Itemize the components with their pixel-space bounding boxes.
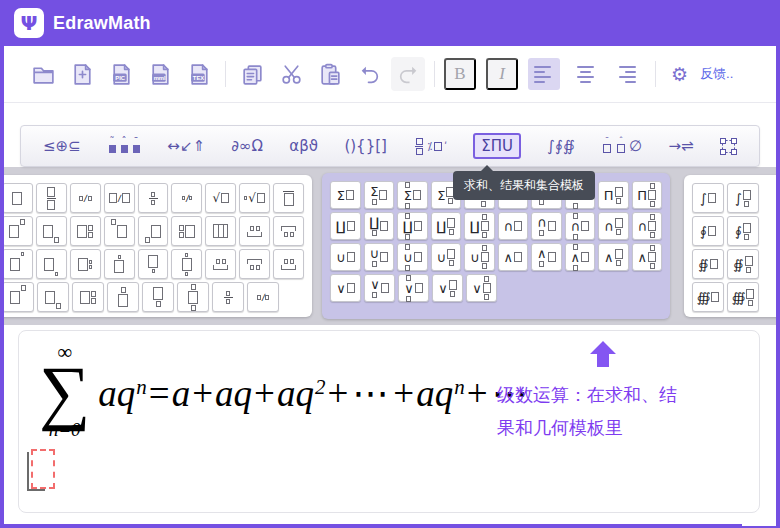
template-button-doverunder[interactable] <box>171 249 202 279</box>
category-arrows[interactable]: ↔↙⇑ <box>167 137 205 155</box>
template-button-ubrk[interactable] <box>239 216 270 246</box>
template-button-boverunder[interactable] <box>177 282 209 312</box>
template-button-sfrac[interactable] <box>212 282 244 312</box>
template-button-vbox[interactable] <box>205 216 236 246</box>
export-tex-button[interactable]: TEX <box>182 57 216 91</box>
template-button-ubrk[interactable] <box>273 249 304 279</box>
template-button-∐-u[interactable]: ∐ <box>364 212 395 240</box>
category-overbars[interactable]: ˉ ˆ ∅ <box>601 137 642 155</box>
export-pic-button[interactable]: PIC <box>104 57 138 91</box>
template-button-dover[interactable] <box>104 249 135 279</box>
template-button-∫-sub[interactable]: ∫ <box>727 183 759 213</box>
template-button-∧-ou[interactable]: ∧ <box>565 243 596 271</box>
category-fractions[interactable]: ⁒ ʹ <box>413 138 447 155</box>
new-document-button[interactable] <box>65 57 99 91</box>
undo-button[interactable] <box>352 57 386 91</box>
template-button-∐-sub[interactable]: ∐ <box>431 212 462 240</box>
template-button-sub[interactable] <box>36 216 67 246</box>
align-center-button[interactable] <box>569 58 601 90</box>
paste-button[interactable] <box>313 57 347 91</box>
template-button-∐-r[interactable]: ∐ <box>330 212 361 240</box>
template-button-∨-u[interactable]: ∨ <box>364 274 395 302</box>
template-button-Σ-r[interactable]: Σ <box>330 181 361 209</box>
template-button-∪-u[interactable]: ∪ <box>364 243 395 271</box>
template-button-∪-ou[interactable]: ∪ <box>397 243 428 271</box>
align-left-button[interactable] <box>528 58 560 90</box>
template-button-dfrac[interactable]: / <box>247 282 279 312</box>
template-button-∧-ss[interactable]: ∧ <box>632 243 663 271</box>
align-right-button[interactable] <box>610 58 642 90</box>
template-button-supsub[interactable] <box>72 282 104 312</box>
template-button-lfrac[interactable]: / <box>104 183 135 213</box>
equation-canvas[interactable]: ∞ ∑ n=0 aqn=a+aq+aq2+⋯+aqn+⋯ 级数运算：在求和、结果… <box>18 330 760 513</box>
template-button-∪-r[interactable]: ∪ <box>330 243 361 271</box>
template-button-∩-u[interactable]: ∩ <box>531 212 562 240</box>
template-button-∪-ss[interactable]: ∪ <box>464 243 495 271</box>
template-button-sub[interactable] <box>37 282 69 312</box>
category-greek[interactable]: αβϑ <box>289 137 318 155</box>
template-button-Σ-ou[interactable]: Σ <box>397 181 428 209</box>
template-button-∪-sub[interactable]: ∪ <box>431 243 462 271</box>
template-button-xsup[interactable] <box>2 249 33 279</box>
template-button-∨-ss[interactable]: ∨ <box>466 274 497 302</box>
template-button-∯-sub[interactable]: ∯ <box>727 249 759 279</box>
redo-button[interactable] <box>391 57 425 91</box>
template-button-Π-ss[interactable]: Π <box>632 181 663 209</box>
template-button-sqrt[interactable]: √ <box>205 183 236 213</box>
template-button-nrt[interactable]: √ <box>239 183 270 213</box>
template-button-bover[interactable] <box>107 282 139 312</box>
template-button-∧-r[interactable]: ∧ <box>498 243 529 271</box>
template-button-∐-ss[interactable]: ∐ <box>464 212 495 240</box>
category-sums-products-sets[interactable]: ΣΠU <box>473 133 521 159</box>
template-button-∩-ss[interactable]: ∩ <box>632 212 663 240</box>
scrollbar-corner[interactable] <box>742 516 776 526</box>
copy-button[interactable] <box>235 57 269 91</box>
template-button-dfrac[interactable]: / <box>70 183 101 213</box>
template-button-∰-r[interactable]: ∰ <box>692 282 724 312</box>
template-button-Π-sub[interactable]: Π <box>598 181 629 209</box>
template-button-∧-sub[interactable]: ∧ <box>598 243 629 271</box>
export-mml-button[interactable]: mml <box>143 57 177 91</box>
template-button-presub[interactable] <box>138 216 169 246</box>
template-button-∧-u[interactable]: ∧ <box>531 243 562 271</box>
template-button-sup[interactable] <box>2 282 34 312</box>
template-button-ubrk[interactable] <box>205 249 236 279</box>
category-accents[interactable]: ˜ ˆ ˉ <box>107 139 141 153</box>
template-button-obar[interactable] <box>273 183 304 213</box>
open-folder-button[interactable] <box>26 57 60 91</box>
empty-slot-placeholder[interactable] <box>27 449 51 489</box>
template-button-Σ-u[interactable]: Σ <box>364 181 395 209</box>
template-button-sfrac[interactable] <box>138 183 169 213</box>
template-button-∮-r[interactable]: ∮ <box>692 216 724 246</box>
template-button-frac[interactable] <box>36 183 67 213</box>
template-button-xsupsub[interactable] <box>70 249 101 279</box>
template-button-∨-sub[interactable]: ∨ <box>432 274 463 302</box>
template-button-presupsub[interactable] <box>171 216 202 246</box>
category-labeled-arrows[interactable]: →⇌ <box>668 137 693 155</box>
settings-gear-icon[interactable]: ⚙ <box>665 62 694 86</box>
category-integrals[interactable]: ∫∮∯ <box>547 137 574 155</box>
category-brackets[interactable]: (){}[] <box>344 137 387 155</box>
category-matrix[interactable] <box>720 138 737 155</box>
template-button-bunder[interactable] <box>142 282 174 312</box>
template-button-∨-r[interactable]: ∨ <box>330 274 361 302</box>
template-button-∫-r[interactable]: ∫ <box>692 183 724 213</box>
template-button-obrk[interactable] <box>239 249 270 279</box>
template-button-∮-sub[interactable]: ∮ <box>727 216 759 246</box>
template-button-∰-sub[interactable]: ∰ <box>727 282 759 312</box>
template-button-presup[interactable] <box>104 216 135 246</box>
template-button-spct[interactable]: / <box>171 183 202 213</box>
template-button-sup[interactable] <box>2 216 33 246</box>
category-relations[interactable]: ≤⊕⊆ <box>43 137 81 155</box>
template-button-∨-ou[interactable]: ∨ <box>398 274 429 302</box>
template-button-xsub[interactable] <box>36 249 67 279</box>
template-button-obrk[interactable] <box>273 216 304 246</box>
template-button-∩-r[interactable]: ∩ <box>498 212 529 240</box>
template-button-dunder[interactable] <box>138 249 169 279</box>
category-misc-symbols[interactable]: ∂∞Ω <box>231 137 263 155</box>
feedback-link[interactable]: 反馈.. <box>700 65 733 83</box>
template-button-∯-r[interactable]: ∯ <box>692 249 724 279</box>
template-button-∐-ou[interactable]: ∐ <box>397 212 428 240</box>
template-button-box[interactable] <box>2 183 33 213</box>
cut-button[interactable] <box>274 57 308 91</box>
